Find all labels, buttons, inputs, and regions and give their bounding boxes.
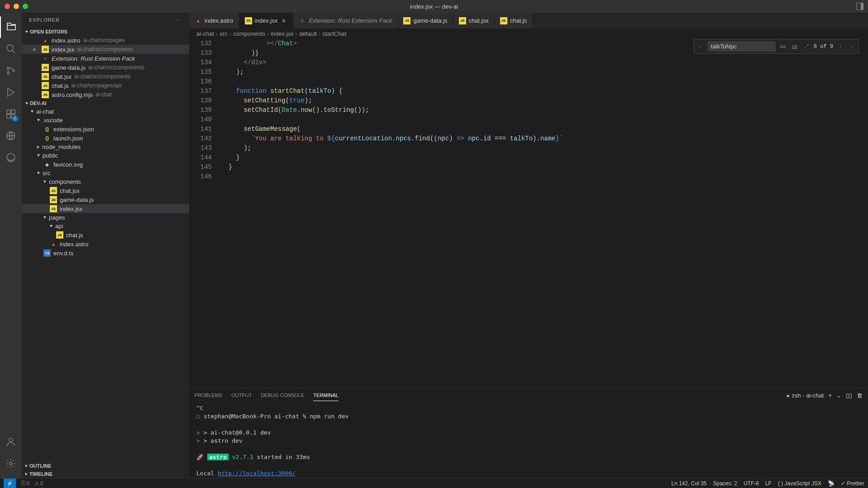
folder-item[interactable]: ai-chat	[22, 107, 189, 116]
close-window-button[interactable]	[5, 4, 10, 9]
editor-tab[interactable]: JSindex.jsx×	[239, 13, 294, 29]
open-editor-item[interactable]: ▲index.astro ai-chat/src/pages	[22, 36, 189, 45]
regex-icon[interactable]: .*	[802, 42, 811, 51]
kill-terminal-icon[interactable]: 🗑	[857, 392, 863, 399]
find-next-icon[interactable]: ↓	[848, 42, 857, 51]
close-tab-icon[interactable]: ×	[280, 17, 287, 24]
terminal[interactable]: ^C ◯ stephan@MacBook-Pro ai-chat % npm r…	[189, 402, 868, 478]
file-item[interactable]: JS index.jsx	[22, 204, 189, 213]
language-mode[interactable]: { } JavaScript JSX	[778, 480, 821, 487]
breadcrumb-item[interactable]: components	[233, 30, 265, 37]
editor-tab[interactable]: ≡Extension: Rust Extension Pack	[293, 13, 398, 29]
svg-point-10	[9, 438, 13, 442]
file-item[interactable]: {} extensions.json	[22, 124, 189, 134]
run-debug-icon[interactable]	[0, 81, 22, 103]
file-item[interactable]: JS chat.jsx	[22, 186, 189, 195]
svg-rect-4	[7, 110, 10, 114]
file-item[interactable]: JS chat.js	[22, 230, 189, 239]
folder-item[interactable]: .vscode	[22, 116, 189, 124]
status-errors[interactable]: ⓧ 0	[20, 479, 30, 487]
breadcrumbs[interactable]: ai-chat›src›components›index.jsx›default…	[189, 29, 868, 39]
edge-tools-icon[interactable]	[0, 147, 22, 168]
sidebar-more-icon[interactable]: ⋯	[176, 17, 182, 23]
explorer-sidebar: EXPLORER ⋯ OPEN EDITORS ▲index.astro ai-…	[22, 13, 189, 478]
open-editor-item[interactable]: ×JSindex.jsx ai-chat/src/components	[22, 45, 189, 54]
terminal-shell-label[interactable]: ▸ zsh - ai-chat	[787, 392, 824, 399]
account-icon[interactable]	[0, 431, 22, 453]
panel-tab[interactable]: PROBLEMS	[195, 390, 222, 401]
folder-item[interactable]: src	[22, 169, 189, 177]
split-terminal-icon[interactable]: ▯▯	[846, 392, 852, 399]
file-item[interactable]: TS env.d.ts	[22, 249, 189, 258]
cursor-position[interactable]: Ln 142, Col 35	[671, 480, 706, 487]
maximize-window-button[interactable]	[23, 4, 28, 9]
remote-explorer-icon[interactable]	[0, 125, 22, 147]
file-item[interactable]: ▲ index.astro	[22, 239, 189, 249]
file-item[interactable]: {} launch.json	[22, 134, 189, 143]
editor-tab[interactable]: JSchat.js	[495, 13, 533, 29]
folder-item[interactable]: node_modules	[22, 143, 189, 151]
panel-tab[interactable]: TERMINAL	[313, 390, 339, 401]
breadcrumb-item[interactable]: startChat	[323, 30, 347, 37]
folder-item[interactable]: pages	[22, 213, 189, 222]
find-prev-icon[interactable]: ↑	[836, 42, 845, 51]
find-widget: › Aa ab .* 6 of 9 ↑ ↓	[694, 39, 859, 54]
panel-tab[interactable]: OUTPUT	[231, 390, 252, 401]
file-item[interactable]: ◆ favicon.svg	[22, 160, 189, 169]
minimize-window-button[interactable]	[14, 4, 19, 9]
editor-tabs: ▲index.astroJSindex.jsx×≡Extension: Rust…	[189, 13, 868, 29]
svg-point-2	[7, 72, 9, 74]
svg-point-11	[10, 462, 12, 465]
status-warnings[interactable]: ⚠ 0	[34, 480, 43, 487]
open-editor-item[interactable]: JSchat.jsx ai-chat/src/components	[22, 72, 189, 81]
feedback-icon[interactable]: 📡	[828, 480, 835, 487]
match-word-icon[interactable]: ab	[790, 42, 799, 51]
breadcrumb-item[interactable]: src	[219, 30, 227, 37]
svg-point-3	[13, 70, 14, 72]
line-numbers: 1321331341351361371381391401411421431441…	[189, 39, 221, 388]
terminal-dropdown-icon[interactable]: ⌄	[836, 392, 841, 399]
extensions-badge: 7	[12, 116, 18, 121]
match-case-icon[interactable]: Aa	[778, 42, 787, 51]
editor-tab[interactable]: JSgame-data.js	[398, 13, 453, 29]
breadcrumb-item[interactable]: ai-chat	[196, 30, 214, 37]
open-editors-header[interactable]: OPEN EDITORS	[22, 28, 189, 36]
prettier-status[interactable]: ✓ Prettier	[841, 480, 864, 487]
status-bar: ⚡ ⓧ 0 ⚠ 0 Ln 142, Col 35 Spaces: 2 UTF-8…	[0, 478, 868, 488]
find-input[interactable]	[708, 41, 776, 52]
open-editor-item[interactable]: ≡Extension: Rust Extension Pack	[22, 54, 189, 63]
file-item[interactable]: JS game-data.js	[22, 195, 189, 204]
eol-status[interactable]: LF	[765, 480, 772, 487]
editor[interactable]: › Aa ab .* 6 of 9 ↑ ↓ 132133134135136137…	[189, 39, 868, 388]
indent-status[interactable]: Spaces: 2	[713, 480, 737, 487]
open-editor-item[interactable]: JSastro.config.mjs ai-chat	[22, 90, 189, 99]
sidebar-title: EXPLORER	[29, 17, 60, 23]
code-content[interactable]: ></Chat> )} </div> ); function startChat…	[221, 39, 868, 388]
project-header[interactable]: DEV-AI	[22, 99, 189, 107]
breadcrumb-item[interactable]: index.jsx	[271, 30, 294, 37]
layout-toggle-icon[interactable]	[856, 3, 863, 10]
folder-item[interactable]: public	[22, 151, 189, 160]
extensions-icon[interactable]: 7	[0, 103, 22, 125]
new-terminal-icon[interactable]: +	[828, 392, 832, 399]
explorer-icon[interactable]	[0, 16, 22, 38]
find-expand-icon[interactable]: ›	[696, 42, 705, 51]
search-icon[interactable]	[0, 38, 22, 60]
settings-gear-icon[interactable]	[0, 453, 22, 474]
timeline-header[interactable]: TIMELINE	[22, 470, 189, 478]
svg-rect-6	[7, 115, 10, 118]
source-control-icon[interactable]	[0, 60, 22, 81]
open-editor-item[interactable]: JSchat.js ai-chat/src/pages/api	[22, 81, 189, 90]
editor-tab[interactable]: JSchat.jsx	[453, 13, 495, 29]
open-editor-item[interactable]: JSgame-data.js ai-chat/src/components	[22, 63, 189, 72]
outline-header[interactable]: OUTLINE	[22, 462, 189, 470]
folder-item[interactable]: api	[22, 222, 189, 230]
folder-item[interactable]: components	[22, 177, 189, 186]
svg-point-1	[7, 67, 9, 69]
remote-button[interactable]: ⚡	[4, 478, 16, 488]
panel-tab[interactable]: DEBUG CONSOLE	[261, 390, 304, 401]
encoding-status[interactable]: UTF-8	[744, 480, 759, 487]
svg-rect-5	[11, 110, 15, 114]
editor-tab[interactable]: ▲index.astro	[189, 13, 239, 29]
breadcrumb-item[interactable]: default	[299, 30, 317, 37]
